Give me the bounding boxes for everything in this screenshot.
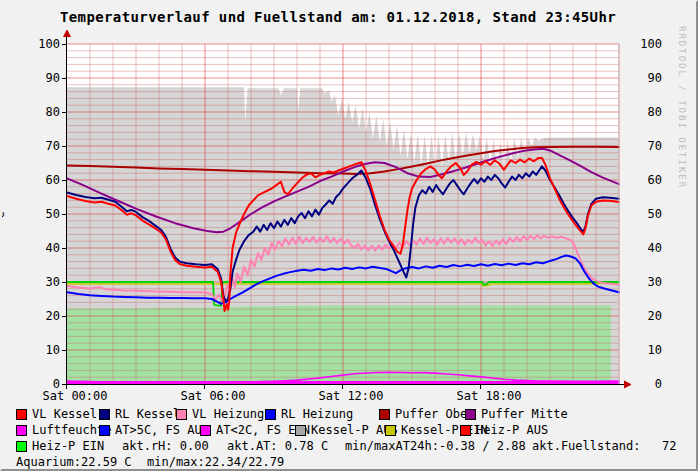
chart-title: Temperaturverlauf und Fuellstand am: 01.… bbox=[2, 9, 674, 25]
legend-label: Heiz-P EIN bbox=[32, 439, 104, 453]
legend-swatch bbox=[99, 409, 110, 420]
legend-label: akt.AT: 0.78 C bbox=[227, 439, 328, 453]
y-axis-label: 50 bbox=[28, 208, 60, 220]
y-axis-label: 80 bbox=[28, 106, 60, 118]
legend-label: Puffer Mitte bbox=[481, 407, 568, 421]
legend-swatch bbox=[99, 425, 110, 436]
legend-swatch bbox=[265, 409, 276, 420]
y-axis-label-right: 20 bbox=[632, 310, 662, 322]
legend-label: Aquarium:22.59 C bbox=[16, 455, 132, 469]
chart-plot bbox=[55, 30, 631, 394]
legend-swatch bbox=[16, 425, 27, 436]
legend-label: RL Heizung bbox=[281, 407, 353, 421]
legend-swatch bbox=[295, 425, 306, 436]
y-axis-label-right: 80 bbox=[632, 106, 662, 118]
y-axis-label-right: 50 bbox=[632, 208, 662, 220]
x-axis-label: Sat 12:00 bbox=[311, 390, 391, 402]
x-axis-arrow bbox=[624, 381, 631, 389]
y-axis-label: 70 bbox=[28, 140, 60, 152]
legend-swatch bbox=[379, 409, 390, 420]
x-axis-label: Sat 18:00 bbox=[449, 390, 529, 402]
legend-swatch bbox=[176, 409, 187, 420]
y-axis-label-right: 30 bbox=[632, 276, 662, 288]
legend-label: VL Heizung bbox=[192, 407, 264, 421]
y-axis-label: 30 bbox=[28, 276, 60, 288]
legend-swatch bbox=[460, 425, 471, 436]
y-axis-label-right: 70 bbox=[632, 140, 662, 152]
legend-label: Kessel-P EIN bbox=[401, 423, 488, 437]
legend-swatch bbox=[465, 409, 476, 420]
legend-swatch bbox=[16, 409, 27, 420]
y-axis-label: 60 bbox=[28, 174, 60, 186]
legend-label: min/maxAT24h:-0.38 / 2.88 bbox=[345, 439, 526, 453]
y-axis-label-right: 10 bbox=[632, 344, 662, 356]
legend-label: akt.Fuellstand: 72 bbox=[532, 439, 677, 453]
y-axis-label-right: 90 bbox=[632, 72, 662, 84]
legend-label: Heiz-P AUS bbox=[476, 423, 548, 437]
x-axis-label: Sat 06:00 bbox=[173, 390, 253, 402]
y-axis-label-right: 0 bbox=[632, 378, 662, 390]
y-axis-arrow bbox=[63, 30, 71, 37]
y-axis-label-right: 40 bbox=[632, 242, 662, 254]
y-axis-label: 40 bbox=[28, 242, 60, 254]
legend-label: min/max:22.34/22.79 bbox=[147, 455, 284, 469]
legend-label: Puffer Oben bbox=[395, 407, 474, 421]
y-axis-label-right: 100 bbox=[632, 38, 662, 50]
y-axis-label: 20 bbox=[28, 310, 60, 322]
y-axis-label-right: 60 bbox=[632, 174, 662, 186]
legend-swatch bbox=[385, 425, 396, 436]
legend-label: akt.rH: 0.00 bbox=[122, 439, 209, 453]
rrdtool-graph-panel: Temperaturverlauf und Fuellstand am: 01.… bbox=[0, 0, 698, 471]
y-axis-label: 100 bbox=[28, 38, 60, 50]
x-axis-label: Sat 00:00 bbox=[35, 390, 115, 402]
y-axis-label: 10 bbox=[28, 344, 60, 356]
y-axis-unit-label: C bbox=[0, 211, 7, 218]
legend-label: VL Kessel bbox=[32, 407, 97, 421]
legend-label: RL Kessel bbox=[115, 407, 180, 421]
rrdtool-watermark: RRDTOOL / TOBI OETIKER bbox=[677, 26, 687, 189]
legend-label: AT>5C, FS AUS bbox=[115, 423, 209, 437]
legend-swatch bbox=[200, 425, 211, 436]
y-axis-label: 90 bbox=[28, 72, 60, 84]
area-heiz-p-ein-aquarium bbox=[67, 305, 611, 384]
legend-swatch bbox=[16, 441, 27, 452]
